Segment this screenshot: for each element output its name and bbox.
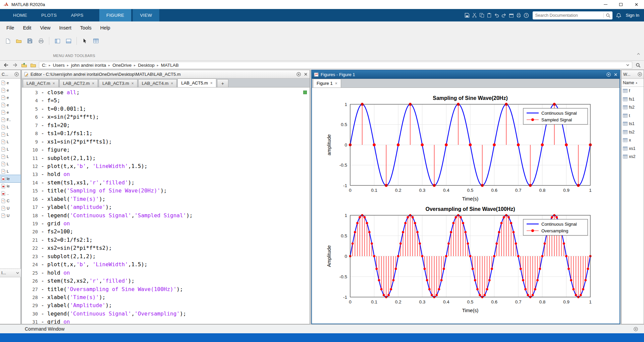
editor-tab-LAB_ACT4.m[interactable]: LAB_ACT4.m× [138,79,177,87]
print-icon[interactable] [515,12,523,19]
figure-canvas[interactable]: 00.10.20.30.40.50.60.70.80.91-1-0.500.51… [312,88,620,324]
editor-header[interactable]: Editor - C:\Users\john andrei irorita\On… [22,70,310,78]
breakpoint-dash[interactable]: - [38,261,47,269]
breakpoint-dash[interactable]: - [38,129,47,137]
file-item[interactable]: L [0,153,20,160]
notifications-bell-icon[interactable] [615,12,623,19]
sign-in-link[interactable]: Sign In [626,13,639,18]
minimize-button[interactable] [598,0,613,9]
breadcrumb[interactable]: C:▸Users▸john andrei irorita▸OneDrive▸De… [39,62,632,69]
figure-tab[interactable]: Figure 1× [313,79,341,88]
editor-tab-LAB_ACT2.m[interactable]: LAB_ACT2.m× [59,79,98,87]
cut-icon[interactable] [471,12,478,19]
folder-search-icon[interactable] [635,62,641,68]
file-item[interactable]: le [0,182,20,190]
close-figure-tab-icon[interactable]: × [335,81,337,86]
workspace-variable[interactable]: fs1 [622,95,644,104]
file-item[interactable]: L [0,123,20,131]
figure-palette-icon[interactable] [53,37,62,45]
breakpoint-dash[interactable]: - [38,285,47,293]
redo-icon[interactable] [500,12,508,19]
breakpoint-dash[interactable]: - [38,89,47,97]
breakpoint-dash[interactable]: - [38,277,47,285]
file-item[interactable]: le [0,175,20,182]
collapse-ribbon-button[interactable] [637,53,640,55]
file-item[interactable]: U [0,212,20,219]
workspace-variable[interactable]: ts1 [622,120,644,128]
save-file-icon[interactable] [25,37,34,45]
breadcrumb-item[interactable]: Users [53,63,65,68]
breakpoint-dash[interactable]: - [38,170,47,178]
file-item[interactable]: L [0,131,20,138]
plot-browser-icon[interactable] [64,37,73,45]
file-item[interactable]: e [0,79,20,87]
editor-tab-LAB_ACT.m[interactable]: LAB_ACT.m× [23,79,59,87]
breakpoint-dash[interactable]: - [38,310,47,318]
back-button[interactable] [3,62,9,68]
file-item[interactable]: U [0,205,20,212]
breakpoint-dash[interactable]: - [38,146,47,154]
details-panel-header[interactable]: I... [0,269,21,277]
workspace-name-column-header[interactable]: Name ▲ [622,79,644,87]
edit-plot-icon[interactable] [80,37,89,45]
breakpoint-dash[interactable]: - [38,244,47,252]
editor-tab-LAB_ACT5.m[interactable]: LAB_ACT5.m× [177,78,216,87]
workspace-variable[interactable]: t [622,112,644,120]
file-item[interactable]: F.. [0,116,20,123]
close-tab-icon[interactable]: × [53,81,55,86]
up-one-level-button[interactable] [21,62,28,68]
breakpoint-dash[interactable]: - [38,195,47,203]
workspace-header[interactable]: W... [622,70,644,79]
workspace-variable[interactable]: x [622,136,644,145]
file-item[interactable]: e [0,87,20,94]
menu-view[interactable]: View [36,24,55,32]
breakpoint-dash[interactable]: - [38,179,47,187]
file-item[interactable]: e [0,94,20,101]
switch-window-icon[interactable] [508,12,515,19]
code-editor[interactable]: 3-close all;4-f=5;5-t=0:0.001:1;6-x=sin(… [22,88,310,324]
workspace-variable[interactable]: f [622,87,644,95]
close-tab-icon[interactable]: × [131,81,134,86]
toolstrip-tab-apps[interactable]: APPS [64,9,91,21]
open-file-icon[interactable] [14,37,23,45]
copy-icon[interactable] [478,12,486,19]
breakpoint-dash[interactable]: - [38,162,47,170]
workspace-variable[interactable]: fs2 [622,103,644,112]
breakpoint-dash[interactable]: - [38,293,47,301]
breakpoint-dash[interactable]: - [38,228,47,236]
menu-insert[interactable]: Insert [55,24,76,32]
workspace-menu-icon[interactable] [638,72,642,76]
menu-help[interactable]: Help [96,24,115,32]
figures-header[interactable]: Figures - Figure 1 [312,70,620,79]
file-item[interactable]: .. [0,190,20,197]
maximize-button[interactable] [613,0,629,9]
undo-icon[interactable] [493,12,500,19]
code-analyzer-indicator[interactable] [303,91,307,94]
file-item[interactable]: e [0,109,20,116]
breakpoint-dash[interactable]: - [38,220,47,228]
print-figure-icon[interactable] [37,37,45,45]
current-folder-header[interactable]: C... [0,70,20,79]
new-document-icon[interactable] [3,37,12,45]
help-icon[interactable]: ? [523,12,530,19]
toolstrip-tab-home[interactable]: HOME [6,9,34,21]
file-item[interactable]: e [0,101,20,109]
workspace-variable[interactable]: ts2 [622,128,644,136]
search-icon[interactable] [603,13,610,18]
file-item[interactable]: C [0,197,20,205]
breakpoint-dash[interactable]: - [38,121,47,129]
new-tab-button[interactable]: + [217,79,228,87]
breakpoint-dash[interactable]: - [38,236,47,244]
breadcrumb-item[interactable]: john andrei irorita [71,63,106,68]
close-window-button[interactable] [629,0,644,9]
breadcrumb-item[interactable]: MATLAB [161,63,179,68]
breakpoint-dash[interactable]: - [38,154,47,162]
file-item[interactable]: L [0,146,20,153]
editor-menu-icon[interactable] [297,72,301,76]
breakpoint-dash[interactable]: - [38,301,47,309]
close-tab-icon[interactable]: × [171,81,173,86]
figures-close-icon[interactable] [614,73,618,76]
toolstrip-tab-figure[interactable]: FIGURE [99,9,131,21]
paste-icon[interactable] [486,12,493,19]
editor-close-icon[interactable] [304,72,308,76]
